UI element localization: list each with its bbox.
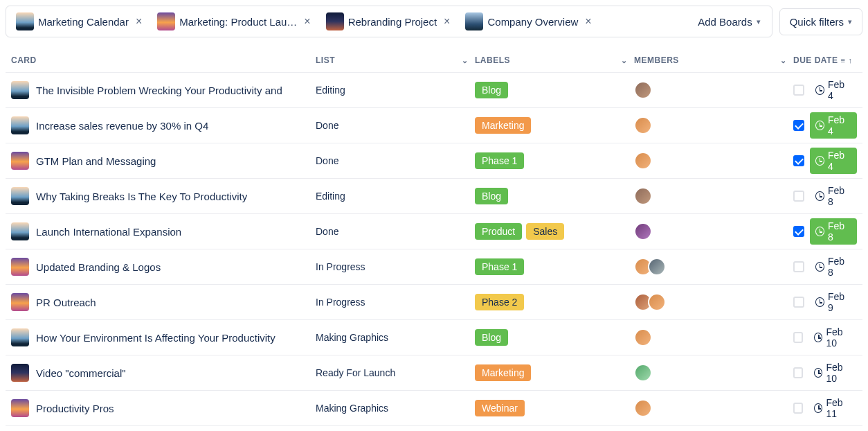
close-icon[interactable]: ×: [133, 16, 145, 27]
labels-cell: Webinar: [475, 400, 627, 416]
card-cell: Launch International Expansion: [11, 222, 309, 240]
label-badge[interactable]: Webinar: [475, 400, 525, 416]
complete-checkbox[interactable]: [793, 261, 804, 272]
due-date-badge[interactable]: Feb 8: [810, 218, 858, 245]
card-thumbnail: [11, 81, 29, 99]
table-row[interactable]: GTM Plan and MessagingDonePhase 1Feb 4: [6, 143, 862, 179]
due-date-badge[interactable]: Feb 4: [810, 77, 858, 103]
due-date-badge[interactable]: Feb 8: [810, 254, 858, 280]
board-thumbnail: [16, 12, 34, 30]
table-row[interactable]: 5 Ways To Simplify Your Life, And Be Mor…: [6, 426, 862, 431]
due-cell: Feb 4: [793, 148, 857, 174]
complete-checkbox[interactable]: [793, 226, 804, 237]
table-row[interactable]: How Your Environment Is Affecting Your P…: [6, 320, 862, 355]
card-cell: How Your Environment Is Affecting Your P…: [11, 328, 309, 346]
col-card[interactable]: CARD: [11, 55, 309, 65]
table-row[interactable]: Launch International ExpansionDoneProduc…: [6, 214, 862, 249]
list-cell: In Progress: [316, 261, 468, 272]
avatar[interactable]: [648, 293, 666, 311]
list-value: Done: [316, 120, 338, 131]
label-badge[interactable]: Sales: [526, 223, 564, 240]
board-tab[interactable]: Marketing Calendar×: [12, 10, 149, 33]
label-badge[interactable]: Blog: [475, 188, 508, 204]
table-row[interactable]: PR OutreachIn ProgressPhase 2Feb 9: [6, 285, 862, 320]
chevron-down-icon: ⌄: [462, 56, 469, 65]
due-cell: Feb 10: [793, 360, 857, 386]
avatar[interactable]: [634, 328, 652, 346]
table-row[interactable]: Increase sales revenue by 30% in Q4DoneM…: [6, 108, 862, 143]
avatar[interactable]: [648, 258, 666, 276]
card-cell: The Invisible Problem Wrecking Your Prod…: [11, 81, 309, 99]
complete-checkbox[interactable]: [793, 155, 804, 166]
complete-checkbox[interactable]: [793, 403, 803, 414]
close-icon[interactable]: ×: [301, 16, 313, 27]
board-tab[interactable]: Company Overview×: [461, 10, 598, 33]
close-icon[interactable]: ×: [441, 16, 453, 27]
quick-filters-button[interactable]: Quick filters ▾: [779, 8, 862, 35]
clock-icon: [815, 121, 824, 130]
due-date-badge[interactable]: Feb 10: [808, 360, 857, 386]
card-title: Launch International Expansion: [36, 226, 181, 238]
close-icon[interactable]: ×: [582, 16, 594, 27]
card-thumbnail: [11, 328, 29, 346]
avatar[interactable]: [634, 187, 652, 205]
card-cell: Video "commercial": [11, 364, 309, 382]
complete-checkbox[interactable]: [793, 120, 804, 131]
avatar[interactable]: [634, 364, 652, 382]
avatar[interactable]: [634, 81, 652, 99]
due-date-badge[interactable]: Feb 9: [810, 289, 858, 315]
members-cell: [634, 81, 786, 99]
label-badge[interactable]: Marketing: [475, 117, 531, 134]
card-title: GTM Plan and Messaging: [36, 155, 156, 167]
table-row[interactable]: Updated Branding & LogosIn ProgressPhase…: [6, 249, 862, 285]
col-members[interactable]: MEMBERS ⌄: [634, 55, 786, 65]
label-badge[interactable]: Phase 1: [475, 152, 524, 169]
col-labels[interactable]: LABELS ⌄: [475, 55, 627, 65]
due-date-text: Feb 4: [828, 114, 851, 137]
complete-checkbox[interactable]: [793, 191, 804, 202]
due-date-text: Feb 10: [826, 362, 851, 384]
card-title: Video "commercial": [36, 367, 126, 379]
complete-checkbox[interactable]: [793, 85, 804, 96]
board-tab[interactable]: Marketing: Product Lau…×: [153, 10, 317, 33]
due-date-text: Feb 8: [828, 256, 851, 278]
list-cell: Done: [316, 120, 468, 131]
avatar[interactable]: [634, 399, 652, 417]
complete-checkbox[interactable]: [793, 367, 803, 378]
card-thumbnail: [11, 152, 29, 170]
clock-icon: [815, 297, 824, 307]
table-row[interactable]: Video "commercial"Ready For LaunchMarket…: [6, 355, 862, 391]
card-thumbnail: [11, 399, 29, 417]
avatar[interactable]: [634, 152, 652, 170]
label-badge[interactable]: Phase 1: [475, 258, 524, 275]
labels-cell: ProductSales: [475, 223, 627, 240]
label-badge[interactable]: Blog: [475, 82, 508, 98]
label-badge[interactable]: Marketing: [475, 364, 531, 381]
due-date-badge[interactable]: Feb 11: [808, 395, 857, 421]
due-date-badge[interactable]: Feb 4: [810, 112, 858, 139]
members-cell: [634, 399, 786, 417]
label-badge[interactable]: Blog: [475, 329, 508, 346]
avatar[interactable]: [634, 116, 652, 134]
list-cell: Done: [316, 155, 468, 166]
quick-filters-label: Quick filters: [790, 16, 844, 28]
avatar[interactable]: [634, 222, 652, 240]
label-badge[interactable]: Phase 2: [475, 294, 524, 310]
board-tabs: Marketing Calendar×Marketing: Product La…: [6, 6, 772, 37]
complete-checkbox[interactable]: [793, 297, 804, 308]
table-row[interactable]: The Invisible Problem Wrecking Your Prod…: [6, 73, 862, 108]
board-tab[interactable]: Rebranding Project×: [322, 10, 458, 33]
col-due-date[interactable]: DUE DATE ≡ ↑: [793, 55, 857, 65]
complete-checkbox[interactable]: [793, 332, 803, 343]
due-date-badge[interactable]: Feb 10: [808, 324, 857, 351]
table-row[interactable]: Productivity ProsMaking GraphicsWebinarF…: [6, 391, 862, 426]
label-badge[interactable]: Product: [475, 223, 522, 240]
due-date-badge[interactable]: Feb 4: [810, 148, 858, 174]
due-date-badge[interactable]: Feb 8: [810, 183, 858, 209]
due-date-text: Feb 8: [828, 220, 851, 243]
add-boards-button[interactable]: Add Boards ▾: [692, 13, 766, 30]
card-cell: PR Outreach: [11, 293, 309, 311]
col-list[interactable]: LIST ⌄: [316, 55, 468, 65]
chevron-down-icon: ▾: [848, 17, 852, 26]
table-row[interactable]: Why Taking Breaks Is The Key To Producti…: [6, 179, 862, 214]
